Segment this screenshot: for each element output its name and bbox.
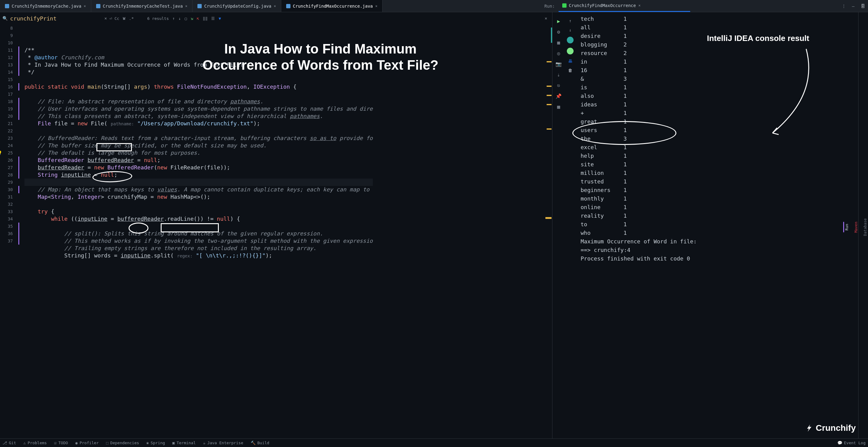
code-line[interactable] [25, 259, 373, 267]
code-line[interactable]: BufferedReader bufferedReader = null; [25, 157, 373, 164]
gutter-line[interactable]: 14 [0, 68, 13, 76]
options-icon[interactable]: ⋮ [839, 0, 849, 12]
status-item-todo[interactable]: ☑TODO [54, 441, 68, 445]
code-line[interactable]: // Trailing empty strings are therefore … [25, 245, 373, 252]
settings-icon[interactable]: ⚙ [557, 29, 560, 35]
gutter-line[interactable]: 11 [0, 46, 13, 54]
editor-tab[interactable]: CrunchifyFindMaxOccurrence.java× [281, 0, 383, 12]
gutter-line[interactable]: 35 [0, 222, 13, 230]
gutter-line[interactable]: 33 [0, 208, 13, 215]
pin-icon[interactable]: 📌 [556, 93, 562, 99]
gutter-line[interactable]: 20 [0, 112, 13, 120]
code-line[interactable]: while ((inputLine = bufferedReader.readL… [25, 215, 373, 222]
stop-icon[interactable]: ■ [557, 40, 560, 45]
match-word[interactable]: W [123, 16, 125, 21]
code-line[interactable] [25, 222, 373, 230]
gutter-line[interactable]: 💡25 [0, 149, 13, 157]
delete-icon[interactable]: 🗑 [568, 68, 572, 73]
gutter-line[interactable]: 37 [0, 237, 13, 245]
database-tool-tab[interactable]: Database [863, 216, 868, 238]
gutter-line[interactable]: 34 [0, 215, 13, 222]
code-line[interactable]: // User interfaces and operating systems… [25, 105, 373, 112]
maven-tool-tab[interactable]: Maven [853, 220, 859, 235]
gutter-line[interactable]: 23 [0, 135, 13, 142]
code-line[interactable] [25, 91, 373, 98]
event-log[interactable]: 💬Event Log [837, 441, 866, 445]
gutter-line[interactable]: 28 [0, 171, 13, 178]
gutter-line[interactable]: 29 [0, 178, 13, 186]
gutter-line[interactable]: 17 [0, 91, 13, 98]
code-line[interactable]: String[] words = inputLine.split( regex:… [25, 252, 373, 259]
regex[interactable]: .* [129, 16, 134, 21]
code-line[interactable]: String inputLine = null; [25, 171, 373, 178]
gutter-line[interactable]: 10 [0, 39, 13, 46]
code-line[interactable]: // File: An abstract representation of f… [25, 98, 373, 105]
gutter-line[interactable]: 19 [0, 105, 13, 112]
multiselect-icon[interactable]: ‖‖ [203, 16, 208, 21]
code-line[interactable]: Map<String, Integer> crunchifyMap = new … [25, 193, 373, 201]
editor-tab[interactable]: CrunchifyUpdateConfig.java× [192, 0, 281, 12]
code-line[interactable]: // split(): Splits this string around ma… [25, 230, 373, 237]
status-item-problems[interactable]: ⚠Problems [23, 441, 46, 445]
gutter-line[interactable]: 22 [0, 127, 13, 135]
remove-selection-icon[interactable]: ⇱ [197, 16, 199, 21]
code-line[interactable]: * In Java How to Find Maximum Occurrence… [25, 61, 373, 68]
code-area[interactable]: ⚠6 ✎7 ↑ ↓ /** * @author Crunchify.com * … [18, 25, 373, 439]
status-item-profiler[interactable]: ◉Profiler [75, 441, 98, 445]
status-item-git[interactable]: ⎇Git [2, 441, 16, 445]
match-case[interactable]: Cc [115, 16, 119, 21]
exit-icon[interactable]: ⎋ [557, 82, 560, 89]
next-icon[interactable]: ↓ [179, 16, 181, 21]
filter-icon[interactable]: ▼ [219, 16, 221, 21]
search-input[interactable] [10, 15, 102, 22]
code-line[interactable]: */ [25, 68, 373, 76]
gutter-line[interactable]: 21 [0, 120, 13, 127]
code-line[interactable] [25, 127, 373, 135]
run-config-tab[interactable]: CrunchifyFindMaxOccurrence × [559, 0, 690, 12]
gutter-line[interactable]: 9 [0, 32, 13, 39]
gutter-line[interactable]: 12 [0, 54, 13, 61]
gutter-line[interactable]: 27 [0, 164, 13, 171]
code-line[interactable]: // BufferedReader: Reads text from a cha… [25, 135, 373, 142]
code-line[interactable] [25, 178, 373, 186]
close-icon[interactable]: × [84, 4, 86, 8]
select-all-icon[interactable]: ▢ [185, 16, 187, 21]
add-selection-icon[interactable]: ⇲ [191, 16, 193, 21]
status-item-build[interactable]: 🔨Build [251, 441, 269, 445]
code-line[interactable]: * @author Crunchify.com [25, 54, 373, 61]
clear-icon[interactable]: × [104, 16, 107, 21]
status-item-dependencies[interactable]: ⬚Dependencies [106, 441, 139, 445]
code-line[interactable]: // The buffer size may be specified, or … [25, 142, 373, 149]
gutter-line[interactable]: ▶13 [0, 61, 13, 68]
code-line[interactable]: bufferedReader = new BufferedReader(new … [25, 164, 373, 171]
down-icon[interactable]: ↓ [569, 28, 571, 32]
code-line[interactable]: /** [25, 46, 373, 54]
minimize-icon[interactable]: — [849, 0, 858, 12]
gutter-line[interactable]: 18 [0, 98, 13, 105]
gutter-line[interactable]: 30 [0, 186, 13, 193]
code-line[interactable]: File file = new File( pathname: "/Users/… [25, 120, 373, 127]
run-tool-tab[interactable]: Run [843, 222, 850, 232]
code-line[interactable] [25, 201, 373, 208]
dump-icon[interactable]: 📷 [556, 61, 562, 67]
gutter-line[interactable]: 8 [0, 25, 13, 32]
return-icon[interactable]: ⏎ [109, 16, 112, 21]
code-line[interactable]: // This class presents an abstract, syst… [25, 112, 373, 120]
preserve-case-icon[interactable]: ☰ [211, 16, 215, 21]
gutter-line[interactable]: 15 [0, 76, 13, 83]
status-item-spring[interactable]: ❀Spring [146, 441, 165, 445]
gutter-line[interactable]: 26 [0, 157, 13, 164]
close-icon[interactable]: × [375, 4, 377, 8]
close-find-icon[interactable]: × [545, 16, 550, 21]
console-output[interactable]: tech1all1desire1blogging2resource2in1161… [576, 12, 858, 439]
gutter-line[interactable]: 32 [0, 201, 13, 208]
gutter-line[interactable]: 24 [0, 142, 13, 149]
code-line[interactable]: // This method works as if by invoking t… [25, 237, 373, 245]
prev-icon[interactable]: ↑ [172, 16, 175, 21]
up-icon[interactable]: ↑ [569, 19, 571, 23]
attach-icon[interactable]: ⇣ [557, 72, 560, 78]
print-icon[interactable]: 🖶 [568, 59, 572, 64]
rerun-icon[interactable]: ▶ [557, 19, 560, 24]
close-icon[interactable]: × [185, 4, 187, 8]
lightbulb-icon[interactable]: 💡 [0, 149, 2, 157]
